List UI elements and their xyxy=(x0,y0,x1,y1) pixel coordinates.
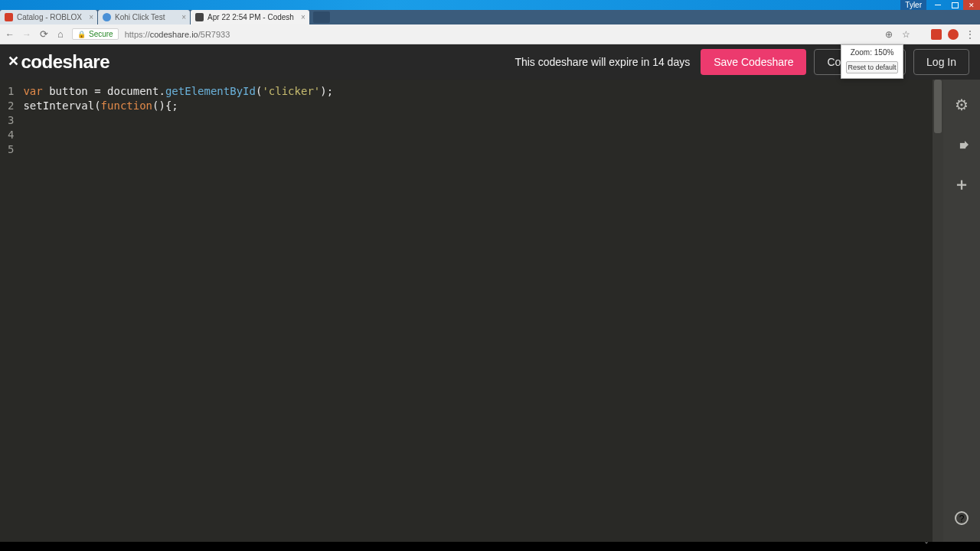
settings-icon[interactable] xyxy=(953,96,970,113)
tab-favicon-icon xyxy=(195,13,204,21)
browser-menu-icon[interactable] xyxy=(965,29,975,40)
browser-tab[interactable]: Kohi Click Test × xyxy=(98,10,190,24)
editor-scrollbar[interactable] xyxy=(933,80,943,542)
tab-close-icon[interactable]: × xyxy=(89,13,93,21)
log-in-button[interactable]: Log In xyxy=(913,49,969,75)
chevron-up-icon[interactable]: ˇ xyxy=(925,541,928,550)
window-minimize-button[interactable] xyxy=(929,0,946,10)
url-host: codeshare.io xyxy=(150,30,198,39)
tab-title: Kohi Click Test xyxy=(115,13,165,21)
window-user-chip[interactable]: Tyler xyxy=(900,0,926,10)
new-tab-button[interactable] xyxy=(313,11,330,23)
taskbar: ˇ xyxy=(0,542,980,551)
expire-text: This codeshare will expire in 14 days xyxy=(514,56,690,68)
window-close-button[interactable] xyxy=(963,0,980,10)
zoom-level-label: Zoom: 150% xyxy=(841,45,903,58)
code-content[interactable]: var button = document.getElementById('cl… xyxy=(18,80,333,542)
secure-label: Secure xyxy=(89,30,113,38)
nav-back-button[interactable] xyxy=(5,29,15,40)
app-logo[interactable]: ✕ codeshare xyxy=(8,51,109,73)
logo-text: codeshare xyxy=(21,51,110,73)
address-bar: 🔒 Secure https://codeshare.io/5R7933 xyxy=(0,24,980,44)
nav-reload-button[interactable] xyxy=(38,29,49,40)
url-path: /5R7933 xyxy=(198,30,230,39)
video-icon[interactable] xyxy=(953,136,970,153)
browser-tab[interactable]: Catalog - ROBLOX × xyxy=(0,10,97,24)
tab-close-icon[interactable]: × xyxy=(181,13,186,21)
url-text[interactable]: https://codeshare.io/5R7933 xyxy=(125,30,230,39)
browser-tab[interactable]: Apr 22 2:54 PM - Codesh × xyxy=(191,10,309,24)
window-titlebar: Tyler xyxy=(0,0,980,10)
logo-mark-icon: ✕ xyxy=(8,53,19,70)
editor-side-rail xyxy=(943,80,980,542)
code-editor[interactable]: 1 2 3 4 5 var button = document.getEleme… xyxy=(0,80,933,542)
tab-favicon-icon xyxy=(5,13,13,21)
line-gutter: 1 2 3 4 5 xyxy=(0,80,18,542)
zoom-reset-button[interactable]: Reset to default xyxy=(846,61,898,73)
add-icon[interactable] xyxy=(953,176,970,193)
nav-forward-button[interactable] xyxy=(21,29,32,40)
editor: 1 2 3 4 5 var button = document.getEleme… xyxy=(0,80,980,542)
bookmark-star-icon[interactable] xyxy=(900,29,911,40)
lock-icon: 🔒 xyxy=(77,31,86,38)
tab-close-icon[interactable]: × xyxy=(301,13,305,21)
save-codeshare-button[interactable]: Save Codeshare xyxy=(701,49,806,75)
nav-home-button[interactable] xyxy=(55,29,66,40)
secure-chip[interactable]: 🔒 Secure xyxy=(72,28,119,40)
window-maximize-button[interactable] xyxy=(946,0,963,10)
tab-title: Apr 22 2:54 PM - Codesh xyxy=(207,13,294,21)
help-icon[interactable] xyxy=(955,511,969,525)
app-header: ✕ codeshare This codeshare will expire i… xyxy=(0,44,980,80)
zoom-icon[interactable] xyxy=(884,29,894,40)
url-scheme: https:// xyxy=(125,30,150,39)
tab-title: Catalog - ROBLOX xyxy=(17,13,82,21)
tab-favicon-icon xyxy=(103,13,111,21)
zoom-popup: Zoom: 150% Reset to default xyxy=(841,44,903,79)
window-user-label: Tyler xyxy=(905,0,922,10)
extension-icon[interactable] xyxy=(931,29,942,40)
browser-tab-strip: Catalog - ROBLOX × Kohi Click Test × Apr… xyxy=(0,10,980,24)
extension-icon[interactable] xyxy=(948,29,959,40)
scrollbar-thumb[interactable] xyxy=(934,80,942,133)
